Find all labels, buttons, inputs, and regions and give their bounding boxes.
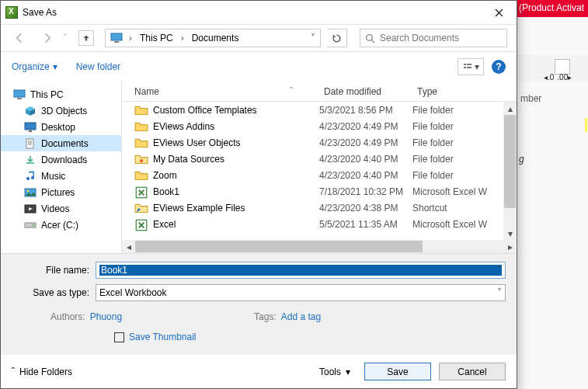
sidebar-item-3d-objects[interactable]: 3D Objects — [1, 102, 121, 119]
arrow-up-icon — [82, 33, 91, 43]
chevron-down-icon[interactable]: ˅ — [497, 265, 502, 276]
arrow-right-icon — [41, 33, 52, 43]
svg-rect-3 — [464, 64, 466, 65]
file-row[interactable]: My Data Sources4/23/2020 4:40 PMFile fol… — [122, 151, 517, 167]
forward-button[interactable] — [39, 30, 54, 46]
svg-rect-4 — [464, 67, 466, 68]
file-date: 4/23/2020 4:49 PM — [319, 137, 412, 148]
sidebar-item-videos[interactable]: Videos — [1, 200, 121, 217]
back-button[interactable] — [12, 30, 28, 46]
file-name: Custom Office Templates — [153, 105, 257, 116]
desktop-icon — [24, 121, 37, 134]
sidebar-item-drive-c[interactable]: Acer (C:) — [1, 217, 121, 233]
organize-label: Organize — [12, 61, 50, 72]
form-area: File name: Book1 ˅ Save as type: Excel W… — [1, 253, 517, 355]
dialog-title: Save As — [23, 7, 482, 18]
chevron-down-icon: ▾ — [475, 61, 479, 72]
folder-icon — [134, 120, 148, 133]
sidebar-item-label: Documents — [41, 138, 89, 149]
sidebar-item-desktop[interactable]: Desktop — [1, 119, 121, 135]
file-row[interactable]: EViews Addins4/23/2020 4:49 PMFile folde… — [122, 118, 517, 134]
help-button[interactable]: ? — [492, 60, 506, 74]
file-date: 4/23/2020 4:40 PM — [319, 170, 412, 181]
file-row[interactable]: Book17/18/2021 10:32 PMMicrosoft Excel W — [122, 183, 517, 200]
close-button[interactable] — [482, 2, 517, 24]
folder-icon — [134, 169, 148, 182]
excel-icon — [134, 186, 148, 198]
hide-folders-button[interactable]: ˆ Hide Folders — [12, 366, 72, 377]
file-date: 5/5/2021 11:35 AM — [319, 219, 412, 230]
shortcut-icon — [134, 202, 148, 214]
file-row[interactable]: Custom Office Templates5/3/2021 8:56 PMF… — [122, 102, 517, 118]
excel-icon — [134, 218, 148, 231]
chevron-down-icon[interactable]: ˅ — [497, 287, 502, 298]
cube-icon — [24, 105, 37, 117]
address-bar[interactable]: › This PC › Documents ˅ — [105, 29, 321, 47]
save-thumbnail-label[interactable]: Save Thumbnail — [129, 332, 197, 342]
decimal-buttons: ◂.0.00▸ — [544, 73, 572, 82]
sidebar-item-documents[interactable]: Documents — [1, 135, 121, 151]
scroll-down-icon[interactable]: ▾ — [503, 227, 517, 240]
chevron-right-icon: › — [126, 33, 135, 43]
file-row[interactable]: EViews User Objects4/23/2020 4:49 PMFile… — [122, 134, 517, 151]
svg-point-18 — [33, 224, 34, 226]
svg-rect-9 — [25, 123, 36, 130]
file-name: Book1 — [153, 186, 179, 197]
column-type[interactable]: Type — [417, 86, 517, 97]
save-type-value: Excel Workbook — [99, 287, 502, 298]
horizontal-scrollbar[interactable]: ◂ ▸ — [122, 240, 517, 253]
sidebar-item-downloads[interactable]: Downloads — [1, 151, 121, 168]
file-date: 5/3/2021 8:56 PM — [319, 105, 412, 116]
arrow-left-icon — [15, 33, 26, 43]
svg-rect-11 — [26, 139, 33, 148]
scroll-left-icon[interactable]: ◂ — [122, 240, 135, 253]
sidebar-item-label: Acer (C:) — [41, 220, 78, 231]
cancel-button[interactable]: Cancel — [439, 363, 506, 380]
file-row[interactable]: EViews Example Files4/23/2020 4:38 PMSho… — [122, 200, 517, 216]
breadcrumb-current[interactable]: Documents — [190, 33, 241, 43]
file-pane: Name ˆ Date modified Type Custom Office … — [122, 82, 517, 253]
sidebar-item-label: Pictures — [41, 187, 75, 198]
tools-menu[interactable]: Tools ▾ — [319, 366, 350, 377]
column-date[interactable]: Date modified — [324, 86, 417, 97]
scroll-right-icon[interactable]: ▸ — [503, 240, 517, 253]
file-type: File folder — [412, 105, 517, 116]
up-button[interactable] — [78, 30, 94, 46]
save-button[interactable]: Save — [364, 363, 431, 380]
authors-value[interactable]: Phuong — [90, 311, 122, 322]
recent-dropdown[interactable]: ˅ — [63, 33, 68, 43]
sidebar-item-music[interactable]: Music — [1, 168, 121, 184]
file-name-value: Book1 — [99, 265, 502, 276]
hide-folders-label: Hide Folders — [19, 366, 72, 377]
svg-point-15 — [27, 189, 30, 192]
tags-value[interactable]: Add a tag — [281, 311, 321, 322]
address-dropdown[interactable]: ˅ — [311, 33, 315, 43]
sidebar-item-this-pc[interactable]: This PC — [1, 86, 121, 102]
sidebar-item-pictures[interactable]: Pictures — [1, 184, 121, 200]
file-name-input[interactable]: Book1 ˅ — [96, 262, 506, 279]
organize-menu[interactable]: Organize ▾ — [12, 61, 57, 72]
search-input[interactable]: Search Documents — [360, 29, 507, 47]
scroll-thumb[interactable] — [135, 241, 423, 252]
refresh-button[interactable] — [327, 29, 347, 47]
breadcrumb-root[interactable]: This PC — [138, 33, 175, 43]
scroll-up-icon[interactable]: ▴ — [503, 102, 517, 115]
new-folder-button[interactable]: New folder — [76, 61, 120, 72]
nav-bar: ˅ › This PC › Documents ˅ Search Documen… — [1, 24, 517, 52]
pc-icon — [110, 33, 123, 43]
column-header: Name ˆ Date modified Type — [122, 82, 517, 102]
scroll-thumb[interactable] — [504, 115, 516, 208]
save-type-select[interactable]: Excel Workbook ˅ — [96, 284, 506, 301]
vertical-scrollbar[interactable]: ▴ ▾ — [503, 102, 517, 240]
file-row[interactable]: Excel5/5/2021 11:35 AMMicrosoft Excel W — [122, 216, 517, 232]
svg-rect-1 — [114, 41, 119, 43]
file-type: Microsoft Excel W — [412, 219, 517, 230]
view-options-button[interactable]: ▾ — [458, 58, 484, 75]
sidebar-item-label: This PC — [30, 89, 64, 100]
file-row[interactable]: Zoom4/23/2020 4:40 PMFile folder — [122, 167, 517, 183]
chevron-down-icon: ▾ — [346, 366, 350, 377]
save-thumbnail-checkbox[interactable] — [114, 332, 124, 342]
column-name[interactable]: Name — [134, 86, 159, 97]
view-icon — [463, 62, 472, 71]
search-placeholder: Search Documents — [380, 33, 459, 43]
